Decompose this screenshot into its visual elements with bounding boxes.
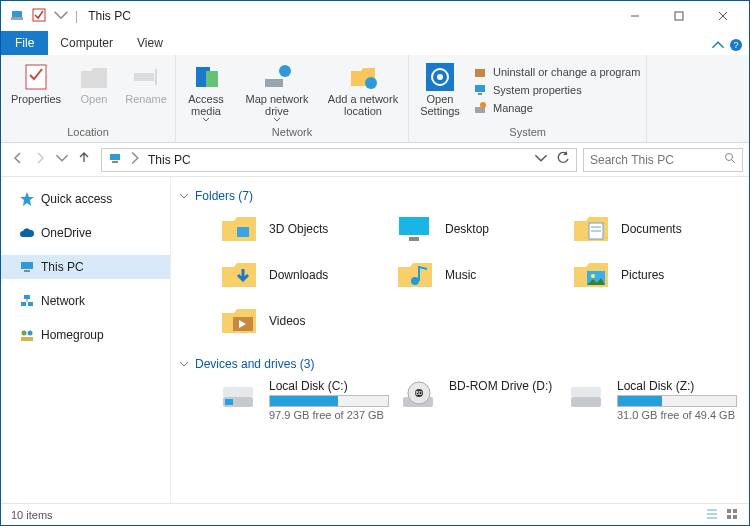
drive-c[interactable]: Local Disk (C:) 97.9 GB free of 237 GB	[219, 379, 389, 421]
folder-videos[interactable]: Videos	[219, 303, 385, 339]
refresh-button[interactable]	[556, 151, 570, 168]
map-network-drive-button[interactable]: Map network drive	[238, 61, 316, 123]
folder-music[interactable]: Music	[395, 257, 561, 293]
qat-dropdown-icon[interactable]	[53, 7, 69, 26]
folder-icon	[571, 211, 611, 247]
drive-d[interactable]: BD BD-ROM Drive (D:)	[399, 379, 557, 421]
folder-documents[interactable]: Documents	[571, 211, 737, 247]
title-bar: | This PC	[1, 1, 749, 31]
disk-icon	[219, 379, 259, 415]
address-dropdown-icon[interactable]	[534, 151, 548, 168]
section-drives-header[interactable]: Devices and drives (3)	[179, 357, 737, 371]
svg-rect-40	[409, 237, 419, 241]
chevron-down-icon	[179, 191, 189, 201]
folder-downloads[interactable]: Downloads	[219, 257, 385, 293]
ribbon-group-system: Open Settings Uninstall or change a prog…	[409, 55, 647, 142]
section-folders-header[interactable]: Folders (7)	[179, 189, 737, 203]
ribbon-group-location: Properties Open Rename Location	[1, 55, 176, 142]
open-button[interactable]: Open	[73, 61, 115, 105]
svg-rect-38	[237, 227, 249, 237]
folders-grid: 3D Objects Desktop Documents Downloads M…	[219, 211, 737, 339]
sidebar-item-quick-access[interactable]: Quick access	[1, 187, 170, 211]
svg-text:BD: BD	[416, 390, 423, 396]
content-pane: Folders (7) 3D Objects Desktop Documents…	[171, 177, 749, 503]
tab-computer[interactable]: Computer	[48, 31, 125, 55]
manage-icon	[473, 101, 487, 115]
breadcrumb[interactable]: This PC	[148, 153, 191, 167]
sidebar: Quick access OneDrive This PC Network Ho…	[1, 177, 171, 503]
svg-rect-37	[21, 337, 33, 341]
search-box[interactable]	[583, 148, 743, 172]
network-icon	[19, 293, 35, 309]
svg-point-36	[28, 331, 33, 336]
details-view-button[interactable]	[705, 507, 719, 523]
disk-icon	[567, 379, 607, 415]
homegroup-icon	[19, 327, 35, 343]
sidebar-item-this-pc[interactable]: This PC	[1, 255, 170, 279]
chevron-down-icon	[202, 117, 210, 123]
svg-rect-26	[112, 161, 118, 163]
search-icon[interactable]	[724, 152, 736, 167]
drive-name: Local Disk (Z:)	[617, 379, 737, 393]
window-title: This PC	[78, 9, 613, 23]
tab-file[interactable]: File	[1, 31, 48, 55]
folder-pictures[interactable]: Pictures	[571, 257, 737, 293]
drive-z[interactable]: Local Disk (Z:) 31.0 GB free of 49.4 GB	[567, 379, 737, 421]
svg-rect-21	[475, 85, 485, 92]
access-media-button[interactable]: Access media	[182, 61, 230, 123]
address-bar[interactable]: This PC	[101, 148, 577, 172]
help-icon[interactable]: ?	[729, 38, 743, 55]
up-button[interactable]	[77, 151, 91, 168]
system-properties-button[interactable]: System properties	[473, 83, 640, 97]
back-button[interactable]	[11, 151, 25, 168]
sidebar-item-onedrive[interactable]: OneDrive	[1, 221, 170, 245]
svg-rect-56	[571, 387, 601, 397]
maximize-button[interactable]	[657, 1, 701, 31]
qat-properties-icon[interactable]	[31, 7, 47, 26]
pc-icon	[19, 259, 35, 275]
add-network-location-button[interactable]: Add a network location	[324, 61, 402, 117]
properties-button[interactable]: Properties	[7, 61, 65, 105]
minimize-button[interactable]	[613, 1, 657, 31]
svg-rect-2	[33, 9, 45, 21]
rename-button[interactable]: Rename	[123, 61, 169, 105]
sidebar-item-network[interactable]: Network	[1, 289, 170, 313]
breadcrumb-sep-icon[interactable]	[128, 151, 142, 168]
close-button[interactable]	[701, 1, 745, 31]
svg-point-15	[279, 65, 291, 77]
ribbon-collapse-icon[interactable]	[711, 38, 725, 55]
manage-button[interactable]: Manage	[473, 101, 640, 115]
svg-rect-33	[24, 295, 30, 299]
svg-rect-14	[265, 79, 283, 87]
svg-rect-61	[733, 509, 737, 513]
monitor-icon	[473, 83, 487, 97]
svg-rect-29	[21, 262, 33, 269]
tab-view[interactable]: View	[125, 31, 175, 55]
large-icons-view-button[interactable]	[725, 507, 739, 523]
folder-icon	[219, 303, 259, 339]
uninstall-program-button[interactable]: Uninstall or change a program	[473, 65, 640, 79]
ribbon-group-network: Access media Map network drive Add a net…	[176, 55, 409, 142]
ribbon-group-label: Network	[182, 124, 402, 142]
svg-point-16	[365, 77, 377, 89]
svg-rect-30	[24, 270, 30, 272]
svg-rect-63	[733, 515, 737, 519]
svg-rect-55	[571, 397, 601, 407]
box-icon	[473, 65, 487, 79]
folder-icon	[219, 211, 259, 247]
folder-desktop[interactable]: Desktop	[395, 211, 561, 247]
forward-button[interactable]	[33, 151, 47, 168]
svg-point-27	[726, 154, 733, 161]
svg-rect-32	[28, 302, 33, 306]
sidebar-item-homegroup[interactable]: Homegroup	[1, 323, 170, 347]
folder-icon	[395, 257, 435, 293]
open-settings-button[interactable]: Open Settings	[415, 61, 465, 117]
folder-3d-objects[interactable]: 3D Objects	[219, 211, 385, 247]
cloud-icon	[19, 225, 35, 241]
status-bar: 10 items	[1, 503, 749, 525]
star-icon	[19, 191, 35, 207]
search-input[interactable]	[590, 153, 710, 167]
drive-info: 31.0 GB free of 49.4 GB	[617, 409, 737, 421]
recent-dropdown[interactable]	[55, 151, 69, 168]
svg-rect-10	[134, 73, 154, 81]
